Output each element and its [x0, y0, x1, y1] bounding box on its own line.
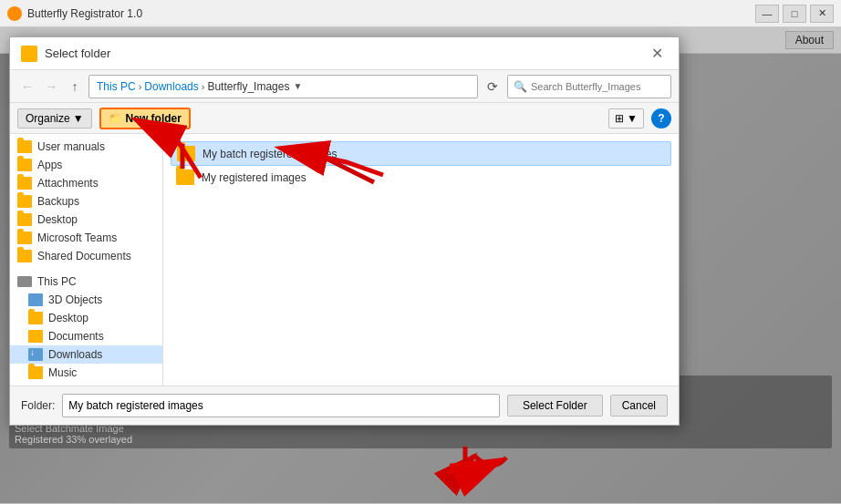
sidebar-item-label: Music — [48, 366, 77, 379]
view-icon: ⊞ — [615, 112, 624, 125]
folder-label: Folder: — [21, 399, 55, 412]
sidebar-item-desktop2[interactable]: Desktop — [10, 309, 162, 327]
back-button[interactable]: ← — [17, 77, 37, 97]
dialog-toolbar: Organize ▼ 📁 New folder ⊞ ▼ ? — [10, 103, 679, 134]
sidebar-item-desktop[interactable]: Desktop — [10, 211, 162, 229]
sidebar-item-music[interactable]: Music — [10, 364, 162, 382]
sidebar-item-apps[interactable]: Apps — [10, 156, 162, 174]
forward-button[interactable]: → — [41, 77, 61, 97]
breadcrumb-dropdown-icon[interactable]: ▼ — [293, 81, 302, 91]
folder-icon — [17, 250, 32, 262]
new-folder-icon: 📁 — [109, 112, 122, 125]
file-folder-icon — [177, 146, 195, 161]
search-icon: 🔍 — [514, 80, 527, 93]
sidebar-this-pc: This PC 3D Objects Desktop Documents — [10, 269, 162, 386]
new-folder-button[interactable]: 📁 New folder — [99, 108, 191, 129]
folder-icon — [17, 159, 32, 171]
file-folder-icon — [176, 170, 194, 185]
breadcrumb-sep1: › — [139, 81, 142, 92]
sidebar-item-label: Desktop — [48, 312, 88, 324]
app-close-button[interactable]: ✕ — [810, 5, 834, 23]
dialog-addressbar: ← → ↑ This PC › Downloads › Butterfly_Im… — [10, 70, 679, 103]
sidebar-item-label: Attachments — [37, 177, 99, 190]
app-title: Butterfly Registrator 1.0 — [27, 7, 755, 20]
breadcrumb-downloads[interactable]: Downloads — [144, 80, 198, 93]
up-button[interactable]: ↑ — [65, 77, 85, 97]
sidebar-item-this-pc[interactable]: This PC — [10, 273, 162, 291]
cancel-button[interactable]: Cancel — [610, 395, 668, 417]
file-item-registered[interactable]: My registered images — [171, 166, 671, 189]
app-icon — [7, 6, 22, 21]
dialog-titlebar: Select folder ✕ — [10, 37, 679, 70]
dialog-body: User manuals Apps Attachments Backups — [10, 134, 679, 386]
sidebar-item-label: Apps — [37, 159, 62, 171]
search-bar[interactable]: 🔍 — [507, 75, 671, 98]
folder-icon — [17, 195, 32, 208]
dialog-backdrop: Select folder ✕ ← → ↑ This PC › Download… — [0, 27, 841, 504]
sidebar-item-shared-documents[interactable]: Shared Documents — [10, 247, 162, 265]
organize-button[interactable]: Organize ▼ — [17, 108, 92, 129]
folder-input[interactable] — [62, 394, 500, 417]
help-button[interactable]: ? — [651, 108, 671, 129]
sidebar: User manuals Apps Attachments Backups — [10, 134, 163, 386]
sidebar-item-3d-objects[interactable]: 3D Objects — [10, 291, 162, 309]
sidebar-item-label: Backups — [37, 195, 79, 208]
view-button[interactable]: ⊞ ▼ — [608, 108, 644, 129]
sidebar-item-label: Documents — [48, 330, 104, 343]
view-dropdown-icon: ▼ — [627, 112, 638, 125]
refresh-button[interactable]: ⟳ — [482, 76, 504, 98]
select-folder-button[interactable]: Select Folder — [507, 395, 603, 417]
minimize-button[interactable]: — — [755, 5, 779, 23]
file-list: My batch registered images My registered… — [163, 134, 679, 386]
sidebar-item-user-manuals[interactable]: User manuals — [10, 138, 162, 156]
breadcrumb-sep2: › — [202, 81, 205, 92]
breadcrumb-current: Butterfly_Images — [207, 80, 289, 93]
file-item-label: My registered images — [202, 171, 306, 184]
sidebar-item-downloads[interactable]: Downloads — [10, 345, 162, 364]
sidebar-item-microsoft-teams[interactable]: Microsoft Teams — [10, 229, 162, 247]
titlebar-controls: — □ ✕ — [755, 5, 834, 23]
downloads-icon — [28, 348, 43, 361]
sidebar-quick-access: User manuals Apps Attachments Backups — [10, 134, 162, 269]
sidebar-item-label: 3D Objects — [48, 293, 102, 306]
sidebar-item-label: This PC — [37, 275, 77, 288]
sidebar-item-label: Shared Documents — [37, 250, 131, 262]
search-input[interactable] — [531, 81, 665, 92]
new-folder-label: New folder — [126, 112, 182, 125]
file-item-batch-registered[interactable]: My batch registered images — [171, 141, 671, 166]
sidebar-item-attachments[interactable]: Attachments — [10, 174, 162, 192]
folder-icon — [28, 312, 43, 324]
docs-icon — [28, 330, 43, 343]
sidebar-item-label: User manuals — [37, 140, 105, 153]
select-folder-dialog: Select folder ✕ ← → ↑ This PC › Download… — [9, 36, 680, 426]
breadcrumb[interactable]: This PC › Downloads › Butterfly_Images ▼ — [88, 75, 478, 98]
app-titlebar: Butterfly Registrator 1.0 — □ ✕ — [0, 0, 841, 27]
organize-label: Organize — [26, 112, 70, 125]
dialog-close-button[interactable]: ✕ — [646, 43, 668, 65]
sidebar-item-label: Microsoft Teams — [37, 231, 117, 244]
folder-icon — [17, 140, 32, 153]
dialog-title: Select folder — [45, 46, 646, 60]
folder-icon — [28, 366, 43, 379]
sidebar-item-label: Downloads — [48, 348, 102, 361]
sidebar-item-backups[interactable]: Backups — [10, 192, 162, 211]
folder-icon — [17, 231, 32, 244]
breadcrumb-this-pc[interactable]: This PC — [97, 80, 136, 93]
sidebar-item-label: Desktop — [37, 213, 78, 226]
pc-icon — [17, 276, 32, 287]
3d-icon — [28, 293, 43, 306]
folder-icon — [17, 213, 32, 226]
organize-dropdown-icon: ▼ — [73, 112, 84, 125]
dialog-icon — [21, 46, 37, 62]
dialog-bottom: Folder: Select Folder Cancel — [10, 386, 679, 425]
folder-icon — [17, 177, 32, 190]
sidebar-item-documents[interactable]: Documents — [10, 327, 162, 345]
file-item-label: My batch registered images — [202, 148, 337, 160]
maximize-button[interactable]: □ — [783, 5, 806, 23]
